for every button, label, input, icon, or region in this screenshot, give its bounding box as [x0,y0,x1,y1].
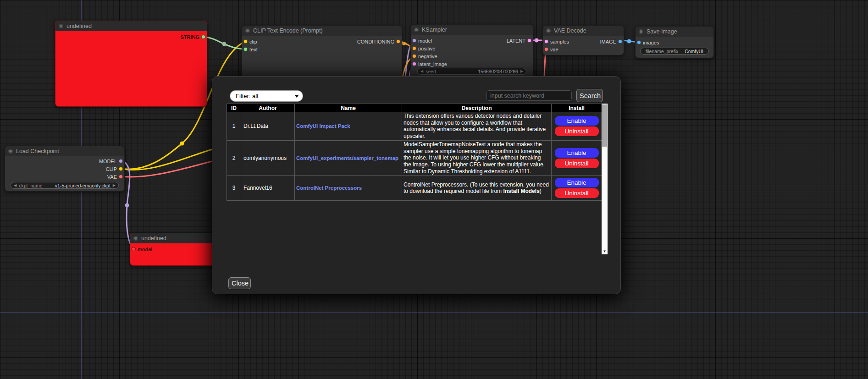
node-title-bar[interactable]: VAE Decode [543,26,624,36]
input-slot-positive: positive [411,45,533,52]
extension-name-cell: ControlNet Preprocessors [295,176,402,201]
description-text: Install Models [503,188,539,194]
input-dot-text[interactable] [243,47,248,51]
extension-link[interactable]: ControlNet Preprocessors [296,185,362,191]
table-scrollbar[interactable]: ▼ [602,104,608,254]
enable-button[interactable]: Enable [555,116,599,126]
slot-label: STRING [180,34,199,40]
prev-arrow-icon[interactable]: ◀ [14,182,17,188]
widget-value: 156680208700286 [478,69,518,74]
input-slot-images: images [636,39,713,46]
node-title: CLIP Text Encode (Prompt) [253,27,323,34]
column-header-author: Author [241,104,295,112]
collapse-dot-icon[interactable] [414,27,419,32]
description-text: This extension offers various detector n… [404,113,546,139]
output-slot-vae: VAE [5,174,124,180]
collapse-dot-icon[interactable] [59,24,63,28]
node-title-bar[interactable]: CLIP Text Encode (Prompt) [242,26,402,36]
extension-description-cell: This extension offers various detector n… [402,112,552,141]
decrement-arrow-icon[interactable]: ◀ [420,68,423,74]
output-dot-latent[interactable] [527,38,531,43]
slot-label: text [249,47,258,52]
table-row: 2comfyanonymousComfyUI_experiments/sampl… [227,140,602,176]
search-input[interactable] [487,90,572,101]
widget-label: filename_prefix [646,49,678,54]
input-dot-model[interactable] [132,247,136,251]
scrollbar-down-arrow-icon[interactable]: ▼ [602,248,608,254]
input-dot-positive[interactable] [412,46,416,50]
filter-select[interactable]: Filter: all [230,90,303,102]
output-dot-model[interactable] [119,159,123,163]
ckpt-name-widget[interactable]: ◀ ckpt_name v1-5-pruned-emaonly.ckpt ▶ [11,182,119,189]
close-button[interactable]: Close [228,277,251,289]
output-dot-clip[interactable] [119,167,123,171]
output-dot-conditioning[interactable] [396,39,400,44]
increment-arrow-icon[interactable]: ▶ [520,68,523,74]
collapse-dot-icon[interactable] [245,28,250,33]
extension-author-cell: comfyanonymous [241,140,295,176]
canvas-axis-horizontal [0,312,868,313]
enable-button[interactable]: Enable [555,178,599,187]
node-load-checkpoint[interactable]: Load Checkpoint MODEL CLIP VAE ◀ ckpt_na… [5,146,125,192]
collapse-dot-icon[interactable] [546,28,551,33]
uninstall-button[interactable]: Uninstall [555,126,599,136]
node-title-bar[interactable]: KSampler [411,25,533,35]
enable-button[interactable]: Enable [555,148,599,158]
scrollbar-thumb[interactable] [602,104,607,147]
slot-label: images [643,40,659,45]
collapse-dot-icon[interactable] [8,149,13,154]
extension-install-cell: EnableUninstall [552,140,602,176]
input-dot-negative[interactable] [412,54,416,58]
slot-label: positive [418,46,435,51]
next-arrow-icon[interactable]: ▶ [113,182,116,188]
node-title-bar[interactable]: undefined [130,233,221,243]
extension-author-cell: Dr.Lt.Data [241,112,295,141]
uninstall-button[interactable]: Uninstall [555,159,599,168]
output-slot-string: STRING [55,34,207,40]
seed-widget[interactable]: ◀ seed 156680208700286 ▶ [417,68,526,75]
filename-prefix-widget[interactable]: filename_prefix ComfyUI [640,48,709,55]
widget-value: v1-5-pruned-emaonly.ckpt [55,183,111,188]
filter-selected-value: Filter: all [236,93,258,99]
node-vae-decode[interactable]: VAE Decode samples vae IMAGE [542,25,624,55]
output-dot-string[interactable] [201,35,205,39]
search-button[interactable]: Search [576,89,603,102]
output-slot-model: MODEL [5,158,124,165]
input-dot-latent-image[interactable] [412,62,416,66]
description-text: ModelSamplerTonemapNoiseTest a node that… [404,141,545,175]
extension-manager-dialog: Filter: all Search IDAuthorNameDescripti… [212,76,621,294]
extension-id-cell: 3 [227,176,241,201]
collapse-dot-icon[interactable] [133,236,138,241]
node-title: Save Image [647,28,677,35]
node-title-bar[interactable]: undefined [55,21,207,31]
table-row: 3Fannovel16ControlNet PreprocessorsContr… [227,176,602,201]
uninstall-button[interactable]: Uninstall [555,188,599,198]
node-save-image[interactable]: Save Image images filename_prefix ComfyU… [635,26,714,58]
output-dot-vae[interactable] [119,175,123,179]
input-slot-text: text [242,46,402,53]
column-header-id: ID [227,104,241,112]
node-undefined-model[interactable]: undefined model [130,233,221,266]
node-title-bar[interactable]: Save Image [636,27,713,37]
input-dot-vae[interactable] [544,47,548,51]
output-dot-image[interactable] [618,39,622,44]
extension-install-cell: EnableUninstall [552,112,602,141]
node-title: KSampler [422,27,447,33]
collapse-dot-icon[interactable] [639,29,643,34]
extension-description-cell: ModelSamplerTonemapNoiseTest a node that… [402,140,552,176]
node-title-bar[interactable]: Load Checkpoint [5,146,124,156]
table-row: 1Dr.Lt.DataComfyUI Impact PackThis exten… [227,112,602,141]
node-title: VAE Decode [554,27,586,34]
extension-link[interactable]: ComfyUI Impact Pack [296,123,350,129]
input-slot-vae: vae [543,46,624,53]
output-slot-image: IMAGE [543,38,624,45]
node-undefined-string[interactable]: undefined STRING [55,21,207,107]
extension-table: IDAuthorNameDescriptionInstall 1Dr.Lt.Da… [227,104,602,201]
input-dot-images[interactable] [637,40,641,44]
slot-label: IMAGE [600,39,616,44]
node-ksampler[interactable]: KSampler model positive negative latent_… [410,24,533,79]
slot-label: LATENT [507,38,525,44]
extension-link[interactable]: ComfyUI_experiments/sampler_tonemap [296,155,398,161]
input-slot-latent-image: latent_image [411,61,533,67]
node-clip-text-encode[interactable]: CLIP Text Encode (Prompt) clip text COND… [242,25,402,80]
